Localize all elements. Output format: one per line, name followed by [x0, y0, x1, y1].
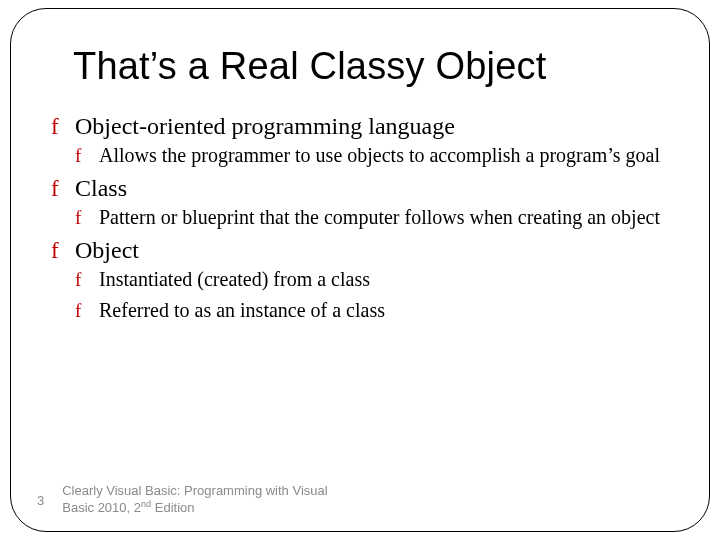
- bullet-lvl2: f Referred to as an instance of a class: [75, 298, 673, 323]
- footer-text: Clearly Visual Basic: Programming with V…: [62, 483, 362, 517]
- slide: That’s a Real Classy Object f Object-ori…: [0, 0, 720, 540]
- page-number: 3: [37, 493, 44, 508]
- bullet-text: Instantiated (created) from a class: [99, 268, 370, 290]
- bullet-glyph-icon: f: [75, 268, 81, 292]
- bullet-glyph-icon: f: [51, 175, 59, 203]
- bullet-lvl1: f Object-oriented programming language: [51, 112, 673, 141]
- bullet-text: Referred to as an instance of a class: [99, 299, 385, 321]
- content-body: f Object-oriented programming language f…: [51, 112, 673, 323]
- bullet-text: Object-oriented programming language: [75, 113, 455, 139]
- bullet-text: Pattern or blueprint that the computer f…: [99, 206, 660, 228]
- bullet-glyph-icon: f: [75, 144, 81, 168]
- footer-text-post: Edition: [151, 501, 194, 516]
- footer: 3 Clearly Visual Basic: Programming with…: [37, 483, 362, 517]
- bullet-text: Object: [75, 237, 139, 263]
- bullet-lvl2: f Pattern or blueprint that the computer…: [75, 205, 673, 230]
- bullet-lvl2: f Allows the programmer to use objects t…: [75, 143, 673, 168]
- bullet-lvl2: f Instantiated (created) from a class: [75, 267, 673, 292]
- bullet-lvl1: f Object: [51, 236, 673, 265]
- slide-frame: That’s a Real Classy Object f Object-ori…: [10, 8, 710, 532]
- bullet-lvl1: f Class: [51, 174, 673, 203]
- bullet-glyph-icon: f: [51, 113, 59, 141]
- bullet-glyph-icon: f: [51, 237, 59, 265]
- bullet-glyph-icon: f: [75, 206, 81, 230]
- slide-title: That’s a Real Classy Object: [73, 45, 673, 88]
- footer-text-pre: Clearly Visual Basic: Programming with V…: [62, 483, 327, 516]
- bullet-glyph-icon: f: [75, 299, 81, 323]
- bullet-text: Allows the programmer to use objects to …: [99, 144, 660, 166]
- footer-text-sup: nd: [141, 499, 151, 509]
- bullet-text: Class: [75, 175, 127, 201]
